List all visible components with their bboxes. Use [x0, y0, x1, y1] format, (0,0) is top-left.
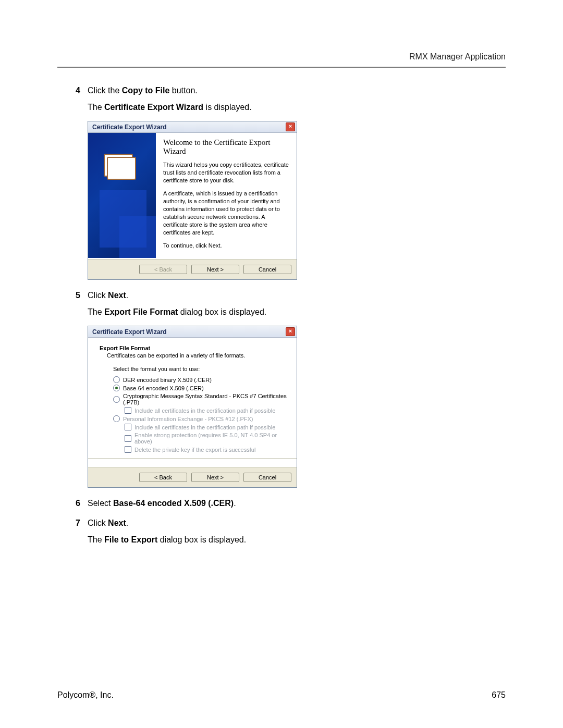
step-4-line2-bold: Certificate Export Wizard [104, 103, 203, 112]
next-button[interactable]: Next > [191, 265, 239, 274]
radio-der[interactable]: DER encoded binary X.509 (.CER) [113, 376, 287, 383]
step-4-line2-b: is displayed. [203, 103, 252, 112]
check-pfx-c3-label: Delete the private key if the export is … [134, 447, 255, 453]
step-7-bold: Next [108, 519, 126, 527]
checkbox-icon [125, 435, 131, 442]
wizard2-group: Select the format you want to use: DER e… [113, 366, 287, 453]
check-pfx-strong: Enable strong protection (requires IE 5.… [125, 432, 287, 445]
wizard2-title: Certificate Export Wizard [92, 328, 167, 336]
step-4-text-a: Click the [88, 86, 122, 95]
checkbox-icon [125, 407, 131, 414]
step-5-line2-a: The [88, 307, 104, 316]
step-4-text-b: button. [169, 86, 197, 95]
wizard-titlebar: Certificate Export Wizard × [88, 121, 297, 133]
check-pfx-delete-key: Delete the private key if the export is … [125, 446, 287, 453]
wizard-p2: A certificate, which is issued by a cert… [163, 190, 289, 237]
step-7-line2-a: The [88, 535, 104, 544]
wizard2-titlebar: Certificate Export Wizard × [88, 326, 297, 338]
wizard-p3: To continue, click Next. [163, 242, 289, 250]
step-5-line2-b: dialog box is displayed. [178, 307, 266, 316]
next-button[interactable]: Next > [191, 473, 239, 482]
step-6-text-a: Select [88, 499, 113, 508]
check-pfx-c2-label: Enable strong protection (requires IE 5.… [134, 432, 287, 445]
step-7: 7 Click Next. The File to Export dialog … [71, 516, 506, 549]
radio-der-label: DER encoded binary X.509 (.CER) [123, 377, 212, 383]
checkbox-icon [125, 424, 131, 430]
certificate-icon [104, 154, 133, 177]
radio-pfx-label: Personal Information Exchange - PKCS #12… [123, 416, 253, 422]
wizard2-separator [88, 458, 297, 459]
step-5: 5 Click Next. The Export File Format dia… [71, 288, 506, 322]
header-rule [57, 67, 506, 68]
wizard-format-screenshot: Certificate Export Wizard × Export File … [88, 326, 506, 488]
step-6-body: Select Base-64 encoded X.509 (.CER). [88, 496, 506, 513]
step-7-line2-bold: File to Export [104, 535, 157, 544]
step-4-bold: Copy to File [122, 86, 170, 95]
radio-icon [113, 376, 120, 383]
footer-left: Polycom®, Inc. [57, 690, 114, 700]
wizard-side-graphic [88, 133, 156, 258]
close-icon[interactable]: × [286, 122, 295, 131]
wizard2-inner: Export File Format Certificates can be e… [88, 338, 297, 467]
step-5-text-a: Click [88, 291, 108, 300]
step-5-bold: Next [108, 291, 126, 300]
wizard-p1: This wizard helps you copy certificates,… [163, 161, 289, 184]
page: RMX Manager Application 4 Click the Copy… [0, 0, 563, 728]
step-6-bold: Base-64 encoded X.509 (.CER) [113, 499, 234, 508]
radio-base64-label: Base-64 encoded X.509 (.CER) [123, 385, 204, 391]
wizard-main: Welcome to the Certificate Export Wizard… [156, 133, 297, 259]
step-4: 4 Click the Copy to File button. The Cer… [71, 83, 506, 117]
close-icon[interactable]: × [286, 327, 295, 336]
checkbox-icon [125, 446, 131, 453]
check-p7b-label: Include all certificates in the certific… [134, 408, 275, 414]
step-6: 6 Select Base-64 encoded X.509 (.CER). [71, 496, 506, 513]
wizard2-window: Certificate Export Wizard × Export File … [88, 326, 297, 488]
step-4-body: Click the Copy to File button. The Certi… [88, 83, 506, 117]
wizard-window: Certificate Export Wizard × Welcome to t… [88, 121, 297, 280]
step-4-number: 4 [71, 83, 80, 117]
check-pfx-c1-label: Include all certificates in the certific… [134, 424, 275, 430]
step-6-text-b: . [234, 499, 236, 508]
check-pfx-allcerts: Include all certificates in the certific… [125, 424, 287, 430]
step-5-number: 5 [71, 288, 80, 322]
radio-p7b[interactable]: Cryptographic Message Syntax Standard - … [113, 393, 287, 405]
radio-icon [113, 396, 120, 403]
cancel-button[interactable]: Cancel [243, 473, 291, 482]
wizard2-button-row: < Back Next > Cancel [88, 467, 297, 487]
step-5-line2-bold: Export File Format [104, 307, 178, 316]
step-5-text-b: . [126, 291, 128, 300]
footer-right: 675 [492, 690, 506, 700]
cancel-button[interactable]: Cancel [243, 265, 291, 274]
running-head: RMX Manager Application [57, 52, 506, 61]
format-prompt: Select the format you want to use: [113, 366, 287, 372]
wizard-welcome-screenshot: Certificate Export Wizard × Welcome to t… [88, 121, 506, 280]
back-button[interactable]: < Back [139, 473, 187, 482]
step-7-text-b: . [126, 519, 128, 527]
step-7-line2-b: dialog box is displayed. [157, 535, 246, 544]
wizard-body: Welcome to the Certificate Export Wizard… [88, 133, 297, 259]
check-p7b-allcerts: Include all certificates in the certific… [125, 407, 287, 414]
step-5-body: Click Next. The Export File Format dialo… [88, 288, 506, 322]
radio-p7b-label: Cryptographic Message Syntax Standard - … [123, 393, 287, 405]
step-7-text-a: Click [88, 519, 108, 527]
wizard-title: Certificate Export Wizard [92, 124, 167, 131]
step-7-body: Click Next. The File to Export dialog bo… [88, 516, 506, 549]
step-7-number: 7 [71, 516, 80, 549]
radio-pfx: Personal Information Exchange - PKCS #12… [113, 415, 287, 422]
radio-base64[interactable]: Base-64 encoded X.509 (.CER) [113, 385, 287, 391]
wizard-button-row: < Back Next > Cancel [88, 259, 297, 279]
back-button: < Back [139, 265, 187, 274]
step-4-line2-a: The [88, 103, 104, 112]
step-6-number: 6 [71, 496, 80, 513]
wizard2-header: Export File Format [100, 345, 287, 351]
wizard-heading: Welcome to the Certificate Export Wizard [163, 138, 289, 156]
radio-icon [113, 415, 120, 422]
wizard2-sub: Certificates can be exported in a variet… [107, 352, 287, 359]
radio-icon [113, 385, 120, 391]
page-footer: Polycom®, Inc. 675 [57, 690, 506, 700]
